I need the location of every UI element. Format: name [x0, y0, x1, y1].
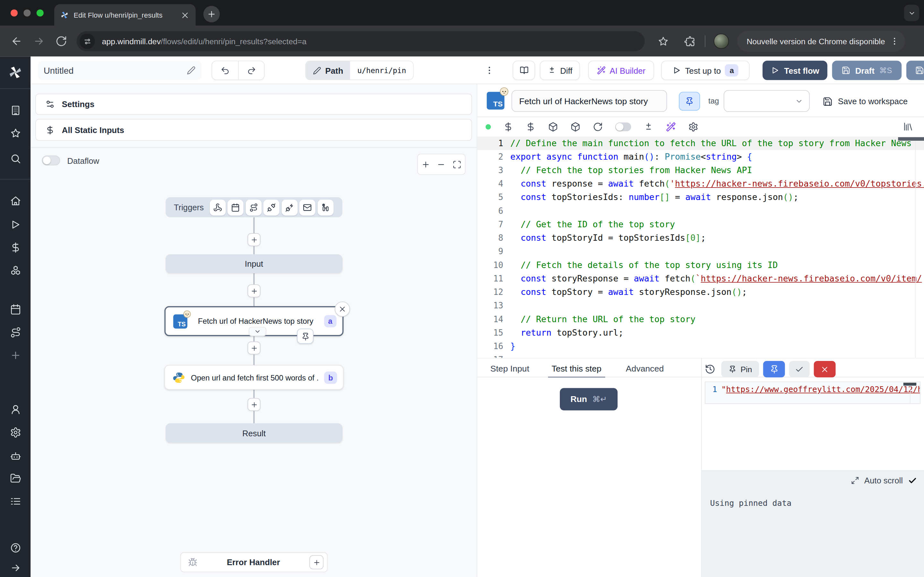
edit-pencil-icon[interactable]: [187, 66, 196, 75]
diff-button[interactable]: Diff: [540, 61, 580, 80]
insert-step-button[interactable]: [247, 398, 260, 411]
schedule-icon[interactable]: [228, 199, 244, 215]
flow-settings-row[interactable]: Settings: [35, 93, 472, 115]
editor-settings-icon[interactable]: [688, 122, 698, 132]
reload-icon[interactable]: [593, 122, 603, 132]
tab-step-input[interactable]: Step Input: [490, 359, 529, 378]
zoom-out-icon[interactable]: [437, 160, 446, 169]
input-node[interactable]: Input: [166, 254, 342, 273]
email-icon[interactable]: [300, 199, 316, 215]
route-icon[interactable]: [246, 199, 262, 215]
pin-toggle-button[interactable]: [679, 92, 700, 111]
diff-toggle[interactable]: [615, 122, 632, 131]
editor-scrollbar[interactable]: [903, 383, 916, 386]
reload-icon[interactable]: [55, 35, 67, 47]
code-line[interactable]: 2export async function main(): Promise<s…: [477, 150, 924, 163]
code-line[interactable]: 8 const topStoryId = topStoriesIds[0];: [477, 231, 924, 245]
logs-icon[interactable]: [10, 496, 21, 507]
macos-close-button[interactable]: [11, 9, 18, 16]
zoom-in-icon[interactable]: [421, 160, 430, 169]
favorites-icon[interactable]: [10, 128, 21, 139]
code-line[interactable]: 7 // Get the ID of the top story: [477, 218, 924, 231]
tab-test-this-step[interactable]: Test this step: [551, 359, 601, 378]
step-title-input[interactable]: [511, 90, 667, 112]
history-icon[interactable]: [705, 364, 716, 374]
windmill-logo[interactable]: [8, 65, 23, 80]
new-tab-button[interactable]: [204, 6, 220, 22]
schedules-icon[interactable]: [10, 304, 21, 315]
code-line[interactable]: 4 const response = await fetch('https://…: [477, 177, 924, 191]
site-settings-button[interactable]: [79, 34, 95, 49]
address-bar[interactable]: app.windmill.dev/flows/edit/u/henri/pin_…: [77, 31, 645, 51]
resources-icon[interactable]: [525, 122, 535, 132]
accept-pin-button[interactable]: [789, 361, 809, 377]
ai-generate-icon[interactable]: [666, 122, 676, 132]
test-up-to-button[interactable]: Test up to a: [661, 61, 750, 80]
home-icon[interactable]: [10, 195, 21, 207]
kafka-icon[interactable]: [282, 199, 298, 215]
delete-step-button[interactable]: [334, 301, 350, 317]
routes-icon[interactable]: [10, 327, 21, 338]
remove-pin-button[interactable]: [814, 361, 836, 377]
add-icon[interactable]: [10, 350, 21, 361]
tab-advanced[interactable]: Advanced: [626, 359, 664, 378]
code-line[interactable]: 6: [477, 204, 924, 218]
auto-scroll-control[interactable]: Auto scroll: [851, 476, 917, 485]
save-to-workspace-button[interactable]: Save to workspace: [822, 92, 908, 111]
save-draft-button[interactable]: Draft ⌘S: [832, 61, 901, 80]
code-line[interactable]: 13: [477, 299, 924, 313]
code-line[interactable]: 11 const storyResponse = await fetch(`ht…: [477, 272, 924, 285]
code-line[interactable]: 1// Define the main function to fetch th…: [477, 137, 924, 150]
test-flow-button[interactable]: Test flow: [762, 61, 827, 80]
run-button[interactable]: Run ⌘↵: [560, 388, 618, 410]
code-editor[interactable]: 1// Define the main function to fetch th…: [477, 137, 924, 358]
kebab-menu-icon[interactable]: [890, 37, 899, 46]
pin-button[interactable]: Pin: [721, 361, 759, 377]
result-node[interactable]: Result: [166, 424, 342, 443]
forward-icon[interactable]: [33, 35, 45, 47]
variables-icon[interactable]: [503, 122, 513, 132]
step-node-b[interactable]: Open url and fetch first 500 words of ..…: [164, 365, 343, 390]
code-line[interactable]: 9: [477, 245, 924, 258]
triggers-node[interactable]: Triggers: [166, 197, 342, 217]
macos-zoom-button[interactable]: [37, 9, 44, 16]
websocket-icon[interactable]: [264, 199, 280, 215]
docs-button[interactable]: [513, 61, 535, 80]
insert-step-button[interactable]: [247, 284, 260, 297]
extensions-icon[interactable]: [684, 35, 695, 47]
profile-avatar[interactable]: [714, 34, 729, 49]
pinned-data-badge[interactable]: [297, 329, 313, 344]
back-icon[interactable]: [11, 35, 23, 47]
insert-step-button[interactable]: [247, 342, 260, 354]
browser-tab[interactable]: Edit Flow u/henri/pin_results: [54, 4, 196, 26]
help-icon[interactable]: [10, 542, 21, 554]
user-icon[interactable]: [10, 404, 21, 415]
macos-minimize-button[interactable]: [23, 9, 31, 16]
runs-icon[interactable]: [10, 219, 21, 230]
collapse-step-button[interactable]: [249, 327, 266, 336]
bookmark-icon[interactable]: [658, 35, 669, 47]
pinned-data-editor[interactable]: 1"https://www.geoffreylitt.com/2025/04/1…: [705, 382, 921, 404]
code-line[interactable]: 12 const topStory = await storyResponse.…: [477, 285, 924, 299]
flow-name-field[interactable]: Untitled: [38, 61, 202, 80]
code-line[interactable]: 5 const topStoriesIds: number[] = await …: [477, 191, 924, 204]
resources-icon[interactable]: [10, 265, 21, 276]
edit-path-button[interactable]: Path: [306, 61, 350, 79]
dataflow-toggle[interactable]: [42, 155, 60, 165]
variables-icon[interactable]: [10, 242, 21, 253]
chrome-update-button[interactable]: Nouvelle version de Chrome disponible: [737, 31, 905, 52]
ai-builder-button[interactable]: AI Builder: [588, 61, 654, 80]
tab-close-icon[interactable]: [180, 10, 190, 19]
more-options-button[interactable]: [482, 61, 496, 80]
add-error-handler-button[interactable]: [309, 555, 323, 569]
code-line[interactable]: 16}: [477, 340, 924, 353]
workspace-icon[interactable]: [10, 105, 21, 116]
workers-icon[interactable]: [10, 450, 21, 462]
code-line[interactable]: 10 // Fetch the details of the top story…: [477, 258, 924, 272]
settings-icon[interactable]: [10, 427, 21, 438]
expand-sidebar-icon[interactable]: [10, 562, 21, 574]
editor-scrollbar[interactable]: [898, 137, 924, 141]
all-static-inputs-row[interactable]: All Static Inputs: [35, 119, 472, 141]
undo-button[interactable]: [212, 61, 238, 79]
redo-button[interactable]: [238, 61, 264, 79]
